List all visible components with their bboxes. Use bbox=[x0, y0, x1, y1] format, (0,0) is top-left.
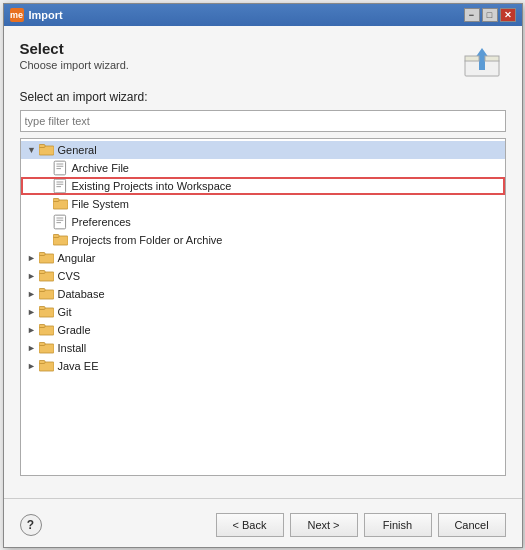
expand-install[interactable]: ► bbox=[25, 343, 39, 353]
footer-buttons: < Back Next > Finish Cancel bbox=[216, 513, 506, 537]
file-icon-preferences bbox=[53, 215, 69, 229]
footer-divider bbox=[4, 498, 522, 499]
svg-rect-25 bbox=[39, 271, 45, 274]
svg-rect-31 bbox=[39, 325, 45, 328]
folder-icon-git bbox=[39, 305, 55, 319]
svg-rect-35 bbox=[39, 361, 45, 364]
svg-rect-29 bbox=[39, 307, 45, 310]
tree-item-database[interactable]: ► Database bbox=[21, 285, 505, 303]
svg-rect-18 bbox=[56, 219, 63, 220]
svg-rect-8 bbox=[56, 165, 63, 166]
folder-icon-projects bbox=[53, 233, 69, 247]
svg-rect-13 bbox=[56, 186, 61, 187]
label-existing-projects: Existing Projects into Workspace bbox=[72, 180, 232, 192]
title-bar: me Import − □ ✕ bbox=[4, 4, 522, 26]
expand-angular[interactable]: ► bbox=[25, 253, 39, 263]
app-icon: me bbox=[10, 8, 24, 22]
minimize-button[interactable]: − bbox=[464, 8, 480, 22]
tree-item-existing-projects[interactable]: Existing Projects into Workspace bbox=[21, 177, 505, 195]
footer: ? < Back Next > Finish Cancel bbox=[4, 507, 522, 547]
tree-item-install[interactable]: ► Install bbox=[21, 339, 505, 357]
folder-icon-gradle bbox=[39, 323, 55, 337]
expand-java-ee[interactable]: ► bbox=[25, 361, 39, 371]
svg-rect-11 bbox=[56, 181, 63, 182]
label-git: Git bbox=[58, 306, 72, 318]
file-icon-archive bbox=[53, 161, 69, 175]
label-gradle: Gradle bbox=[58, 324, 91, 336]
tree-scroll[interactable]: ▼ General Archive File bbox=[21, 139, 505, 475]
file-icon-existing bbox=[53, 179, 69, 193]
svg-rect-7 bbox=[56, 163, 63, 164]
svg-rect-19 bbox=[56, 222, 61, 223]
finish-button[interactable]: Finish bbox=[364, 513, 432, 537]
page-title: Select bbox=[20, 40, 129, 57]
label-java-ee: Java EE bbox=[58, 360, 99, 372]
label-install: Install bbox=[58, 342, 87, 354]
tree-item-git[interactable]: ► Git bbox=[21, 303, 505, 321]
expand-gradle[interactable]: ► bbox=[25, 325, 39, 335]
svg-rect-3 bbox=[485, 56, 499, 61]
label-file-system: File System bbox=[72, 198, 129, 210]
tree-item-angular[interactable]: ► Angular bbox=[21, 249, 505, 267]
tree-item-projects-folder[interactable]: Projects from Folder or Archive bbox=[21, 231, 505, 249]
tree-item-java-ee[interactable]: ► Java EE bbox=[21, 357, 505, 375]
next-button[interactable]: Next > bbox=[290, 513, 358, 537]
svg-rect-2 bbox=[465, 56, 479, 61]
folder-icon-general bbox=[39, 143, 55, 157]
tree-item-general[interactable]: ▼ General bbox=[21, 141, 505, 159]
window-title: Import bbox=[29, 9, 464, 21]
tree-item-archive-file[interactable]: Archive File bbox=[21, 159, 505, 177]
help-button[interactable]: ? bbox=[20, 514, 42, 536]
label-cvs: CVS bbox=[58, 270, 81, 282]
maximize-button[interactable]: □ bbox=[482, 8, 498, 22]
cancel-button[interactable]: Cancel bbox=[438, 513, 506, 537]
svg-rect-15 bbox=[53, 199, 59, 202]
tree-item-cvs[interactable]: ► CVS bbox=[21, 267, 505, 285]
label-database: Database bbox=[58, 288, 105, 300]
header-section: Select Choose import wizard. bbox=[20, 40, 506, 80]
folder-icon-angular bbox=[39, 251, 55, 265]
import-dialog: me Import − □ ✕ Select Choose import wiz… bbox=[3, 3, 523, 548]
folder-icon-filesystem bbox=[53, 197, 69, 211]
label-projects-folder: Projects from Folder or Archive bbox=[72, 234, 223, 246]
page-subtitle: Choose import wizard. bbox=[20, 59, 129, 71]
svg-rect-9 bbox=[56, 168, 61, 169]
folder-icon-database bbox=[39, 287, 55, 301]
label-preferences: Preferences bbox=[72, 216, 131, 228]
svg-rect-5 bbox=[39, 145, 45, 148]
folder-icon-cvs bbox=[39, 269, 55, 283]
tree-item-gradle[interactable]: ► Gradle bbox=[21, 321, 505, 339]
label-archive-file: Archive File bbox=[72, 162, 129, 174]
back-button[interactable]: < Back bbox=[216, 513, 284, 537]
import-icon bbox=[458, 40, 506, 80]
header-text: Select Choose import wizard. bbox=[20, 40, 129, 71]
expand-git[interactable]: ► bbox=[25, 307, 39, 317]
close-button[interactable]: ✕ bbox=[500, 8, 516, 22]
svg-rect-33 bbox=[39, 343, 45, 346]
filter-input[interactable] bbox=[20, 110, 506, 132]
tree-item-preferences[interactable]: Preferences bbox=[21, 213, 505, 231]
expand-general[interactable]: ▼ bbox=[25, 145, 39, 155]
svg-rect-27 bbox=[39, 289, 45, 292]
expand-database[interactable]: ► bbox=[25, 289, 39, 299]
window-controls: − □ ✕ bbox=[464, 8, 516, 22]
tree-container: ▼ General Archive File bbox=[20, 138, 506, 476]
svg-rect-17 bbox=[56, 217, 63, 218]
main-content: Select Choose import wizard. Select an i… bbox=[4, 26, 522, 490]
svg-rect-23 bbox=[39, 253, 45, 256]
svg-rect-12 bbox=[56, 183, 63, 184]
tree-item-file-system[interactable]: File System bbox=[21, 195, 505, 213]
folder-icon-install bbox=[39, 341, 55, 355]
folder-icon-java-ee bbox=[39, 359, 55, 373]
label-general: General bbox=[58, 144, 97, 156]
label-angular: Angular bbox=[58, 252, 96, 264]
wizard-label: Select an import wizard: bbox=[20, 90, 506, 104]
expand-cvs[interactable]: ► bbox=[25, 271, 39, 281]
svg-rect-21 bbox=[53, 235, 59, 238]
